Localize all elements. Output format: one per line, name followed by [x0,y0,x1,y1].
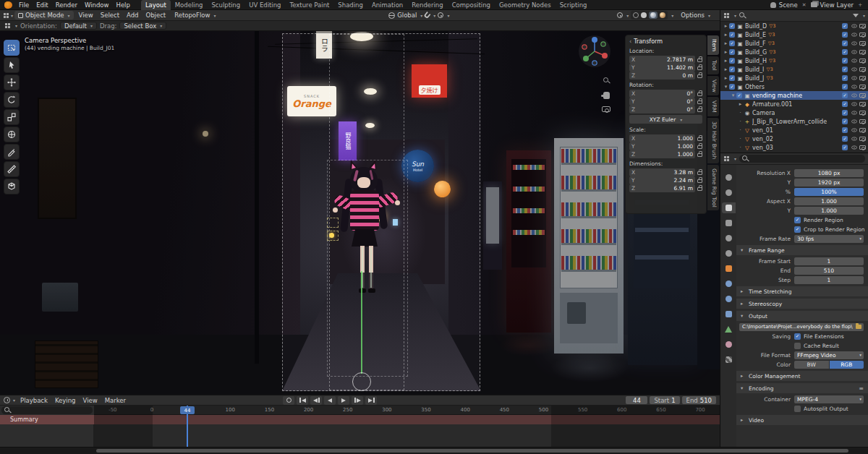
properties-tab-texture[interactable] [722,354,736,365]
eye-icon[interactable] [851,77,857,80]
orientation-globe-icon[interactable] [388,12,395,19]
frame-start-field[interactable]: Start1 [650,396,679,404]
value-field[interactable]: Y11.402 m [629,64,695,72]
collection-checkbox[interactable]: ✓ [729,23,735,29]
disclosure-icon[interactable]: · [737,136,744,142]
tool-add-cube[interactable] [4,179,20,194]
collection-checkbox[interactable]: ✓ [729,40,735,46]
sidebar-tab-tool[interactable]: Tool [707,56,719,74]
outliner-row-build-i[interactable]: ▸✓▣Build_I▽3✓ [720,65,868,74]
viewlayer-checkbox[interactable]: ✓ [842,145,848,150]
sidebar-tab-item[interactable]: Item [707,35,719,55]
disclosure-icon[interactable]: ▾ [730,93,736,98]
value-field[interactable]: Z1.000 [629,150,695,158]
options-menu[interactable]: Options ▾ [677,11,714,20]
eye-icon[interactable] [851,103,857,106]
jump-to-end-button[interactable] [365,396,377,405]
lock-icon[interactable] [697,74,702,78]
transform-panel-header[interactable]: ‹ Transform [629,38,702,45]
menu-window[interactable]: Window [81,0,113,10]
collection-checkbox[interactable]: ✓ [729,67,735,72]
disclosure-icon[interactable]: ▸ [723,32,729,38]
workspace-tab-sculpting[interactable]: Sculpting [207,0,244,10]
outliner-row-ven-02[interactable]: ·▽ven_02✓ [720,134,868,143]
outliner-row-build-d[interactable]: ▸✓▣Build_D▽3✓ [720,22,868,30]
lock-icon[interactable] [697,100,702,104]
unlink-scene-button[interactable]: ✕ [801,2,808,8]
value-field[interactable]: Y2.24 m [629,176,695,184]
workspace-tab-geometry-nodes[interactable]: Geometry Nodes [495,0,556,10]
resolution-y-field[interactable]: 1920 px [794,179,864,187]
render-visibility-icon[interactable] [859,111,866,115]
color-rgb-button[interactable]: RGB [830,361,864,369]
play-button[interactable] [338,396,349,405]
timeline-menu-marker[interactable]: Marker [101,397,129,404]
workspace-tab-modeling[interactable]: Modeling [171,0,208,10]
lock-icon[interactable] [697,187,702,191]
viewlayer-checkbox[interactable]: ✓ [842,67,848,72]
timeline-menu-playback[interactable]: Playback [17,397,51,404]
eye-icon[interactable] [851,25,857,28]
value-field[interactable]: Z0 m [629,72,695,80]
channel-search-input[interactable] [1,406,93,414]
view-layer-name[interactable]: View Layer [820,1,854,9]
eye-icon[interactable] [851,137,857,141]
render-visibility-icon[interactable] [859,119,866,124]
tool-cursor[interactable] [4,57,20,73]
workspace-tab-texture-paint[interactable]: Texture Paint [286,0,334,10]
viewlayer-checkbox[interactable]: ✓ [842,49,848,55]
retopoflow-menu[interactable]: RetopoFlow ▾ [171,11,219,20]
search-icon[interactable] [739,12,746,19]
viewport-menu-add[interactable]: Add [123,12,142,19]
channel-list-area[interactable] [0,424,94,447]
eye-icon[interactable] [851,33,857,37]
timeline-menu-keying[interactable]: Keying [51,397,80,404]
disclosure-icon[interactable]: ▾ [723,84,729,90]
viewlayer-checkbox[interactable]: ✓ [842,93,848,98]
file-extensions-checkbox[interactable]: ✓ [794,333,801,340]
color-bw-button[interactable]: BW [794,361,829,369]
workspace-tab-rendering[interactable]: Rendering [407,0,447,10]
outliner-row-others[interactable]: ▾✓▣Others✓ [720,82,868,91]
properties-tab-tool[interactable] [722,172,736,183]
render-region-checkbox[interactable]: ✓ [794,217,801,223]
autosplit-checkbox[interactable] [794,406,801,412]
editor-type-icon[interactable] [723,155,730,162]
eye-icon[interactable] [851,146,857,150]
render-visibility-icon[interactable] [859,93,866,98]
properties-tab-world[interactable] [722,248,736,259]
new-view-layer-button[interactable]: + [856,2,864,8]
outliner-row-vending-machine[interactable]: ▾✓▣vending machine✓ [720,91,868,100]
viewlayer-checkbox[interactable]: ✓ [842,75,848,81]
lock-icon[interactable] [697,137,702,141]
next-keyframe-button[interactable] [352,396,363,405]
pan-hand-icon[interactable] [603,92,610,99]
scene-name[interactable]: Scene [779,1,798,9]
menu-file[interactable]: File [15,0,33,10]
resolution-pct-slider[interactable]: 100% [794,188,864,196]
frame-end-field[interactable]: 510 [794,267,864,275]
collection-checkbox[interactable]: ✓ [729,84,735,90]
properties-tab-object[interactable] [722,263,736,274]
workspace-tab-layout[interactable]: Layout [141,0,171,10]
aspect-y-field[interactable]: 1.000 [794,207,864,215]
sidebar-tab-3d-hair-brush[interactable]: 3D Hair Brush [707,118,719,163]
lock-icon[interactable] [697,179,702,183]
folder-icon[interactable] [856,325,861,329]
sidebar-tab-view[interactable]: View [707,76,719,96]
section-frame-range[interactable]: ▾Frame Range [736,245,868,255]
workspace-tab-animation[interactable]: Animation [367,0,407,10]
panel-collapse-icon[interactable]: ‹ [629,38,631,45]
viewlayer-checkbox[interactable]: ✓ [842,58,848,64]
section-encoding[interactable]: ▾Encoding≡ [736,383,868,393]
outliner-row-camera[interactable]: ·◉Camera✓ [720,108,868,117]
disclosure-icon[interactable]: ▸ [723,67,729,72]
cache-result-checkbox[interactable] [794,343,801,349]
viewlayer-checkbox[interactable]: ✓ [842,110,848,116]
editor-type-icon[interactable] [723,12,730,19]
render-visibility-icon[interactable] [859,102,866,106]
eye-icon[interactable] [851,59,857,63]
file-format-dropdown[interactable]: FFmpeg Video▾ [794,351,864,359]
auto-key-button[interactable] [283,396,294,405]
tool-select-box[interactable] [4,40,20,56]
